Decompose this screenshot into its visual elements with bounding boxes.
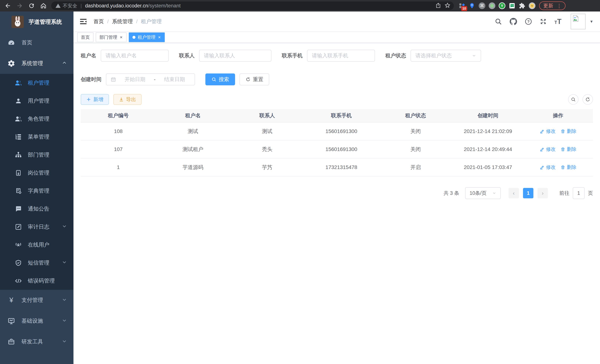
page-number-1[interactable]: 1	[523, 188, 533, 198]
search-icon	[571, 97, 576, 102]
sidebar-item-post[interactable]: 岗位管理	[0, 164, 74, 182]
extension-command[interactable]: ⌘	[478, 2, 486, 9]
org-chart-icon	[14, 151, 23, 159]
tab-dept[interactable]: 部门管理 ×	[96, 32, 127, 42]
app-logo-row[interactable]: 芋道管理系统	[0, 11, 74, 32]
next-page-button[interactable]: ›	[537, 188, 548, 198]
update-label: 更新	[543, 2, 553, 9]
cell-tenant-name: 测试租户	[156, 146, 230, 153]
page-size-select[interactable]: 10条/页	[465, 187, 501, 199]
edit-link[interactable]: 修改	[540, 164, 556, 170]
tab-home[interactable]: 首页	[77, 32, 94, 42]
hamburger-fold-icon	[79, 17, 88, 26]
search-button[interactable]: 搜索	[205, 74, 235, 85]
address-bar[interactable]: 不安全 | dashboard.yudao.iocoder.cn/system/…	[51, 1, 454, 10]
fullscreen-button[interactable]	[540, 18, 547, 25]
pin-extension-icon	[469, 3, 475, 9]
goto-page-input[interactable]	[573, 187, 585, 199]
sidebar-item-sms[interactable]: 短信管理	[0, 254, 74, 272]
close-icon[interactable]: ×	[158, 35, 161, 39]
header-search-button[interactable]	[495, 18, 502, 25]
sidebar-item-home[interactable]: 首页	[0, 32, 74, 53]
extension-yudao[interactable]: Y	[498, 2, 506, 9]
edit-link[interactable]: 修改	[540, 128, 556, 134]
edit-pencil-icon	[540, 129, 544, 134]
help-button[interactable]: ?	[525, 18, 532, 25]
sidebar-item-system[interactable]: 系统管理	[0, 53, 74, 74]
status-select[interactable]: 请选择租户状态	[411, 50, 481, 62]
cell-operations: 修改 删除	[523, 146, 593, 152]
contact-input[interactable]	[204, 53, 267, 59]
not-secure-warning-icon	[55, 3, 61, 9]
refresh-table-button[interactable]	[582, 94, 593, 105]
prev-page-button[interactable]: ‹	[508, 188, 519, 198]
extension-tasks[interactable]: 10	[458, 2, 466, 9]
sidebar-item-menu[interactable]: 菜单管理	[0, 128, 74, 146]
tab-label: 部门管理	[99, 34, 117, 40]
browser-back-button[interactable]	[4, 2, 12, 10]
tab-tenant-active[interactable]: 租户管理 ×	[129, 32, 165, 42]
sidebar-item-tenant[interactable]: 租户管理	[0, 74, 74, 92]
browser-reload-button[interactable]	[28, 2, 36, 10]
tenant-name-input[interactable]	[106, 53, 164, 59]
trash-icon	[561, 129, 565, 134]
add-button[interactable]: 新增	[81, 94, 109, 105]
sidebar-item-infra[interactable]: 基础设施	[0, 311, 74, 331]
browser-update-button[interactable]: 更新 ⋮	[539, 1, 565, 10]
sidebar-item-payment[interactable]: ¥ 支付管理	[0, 290, 74, 311]
browser-forward-button[interactable]	[16, 2, 24, 10]
goto-label: 前往	[559, 190, 569, 196]
breadcrumb-system[interactable]: 系统管理	[112, 18, 133, 25]
sidebar-item-dict[interactable]: 字典管理	[0, 182, 74, 200]
sidebar-item-online-users[interactable]: 在线用户	[0, 236, 74, 254]
sidebar-item-dev-tools[interactable]: 研发工具	[0, 331, 74, 352]
url-path: /system/tenant	[148, 3, 181, 9]
date-start-placeholder: 开始日期	[119, 76, 150, 83]
show-search-toggle-button[interactable]	[568, 94, 579, 105]
gear-icon	[7, 60, 16, 67]
delete-link[interactable]: 删除	[561, 128, 576, 134]
font-size-button[interactable]: TT	[554, 18, 562, 26]
sidebar-item-notice[interactable]: 通知公告	[0, 200, 74, 218]
share-button[interactable]	[435, 2, 441, 9]
dictionary-icon	[14, 187, 23, 195]
sidebar-item-role[interactable]: 角色管理	[0, 110, 74, 128]
bookmark-star-button[interactable]	[445, 2, 450, 9]
date-range-picker[interactable]: 开始日期 - 结束日期	[106, 74, 195, 85]
refresh-icon	[585, 97, 590, 102]
browser-home-button[interactable]	[39, 2, 47, 10]
sidebar-collapse-button[interactable]	[79, 17, 88, 26]
extensions-menu[interactable]	[518, 2, 526, 9]
extension-pin[interactable]	[468, 2, 476, 9]
extension-chat[interactable]	[508, 2, 516, 9]
breadcrumb-home[interactable]: 首页	[94, 18, 104, 25]
pagination: 共 3 条 10条/页 ‹ 1 › 前往 页	[81, 187, 593, 199]
sidebar-item-error-code[interactable]: 错误码管理	[0, 272, 74, 290]
edit-pencil-icon	[540, 165, 544, 170]
export-button[interactable]: 导出	[113, 94, 141, 105]
extensions-row: 10 ⌘ Y	[458, 2, 536, 9]
sidebar-item-dept[interactable]: 部门管理	[0, 146, 74, 164]
extension-recorder[interactable]	[488, 2, 496, 9]
status-label: 租户状态	[385, 52, 406, 59]
browser-profile[interactable]	[528, 2, 536, 9]
recorder-extension-icon	[489, 2, 495, 9]
user-avatar-menu[interactable]: ▼	[571, 14, 593, 29]
calendar-icon	[111, 77, 116, 82]
sidebar-item-user[interactable]: 用户管理	[0, 92, 74, 110]
reset-button[interactable]: 重置	[240, 74, 269, 85]
browser-menu-dots-icon[interactable]: ⋮	[555, 3, 563, 9]
sidebar-item-audit-log[interactable]: 审计日志	[0, 218, 74, 236]
yudao-extension-icon: Y	[499, 2, 505, 9]
github-link[interactable]	[509, 18, 517, 25]
close-icon[interactable]: ×	[120, 35, 123, 39]
delete-link[interactable]: 删除	[561, 146, 576, 152]
cell-created: 2021-12-14 21:02:09	[453, 128, 523, 134]
fullscreen-icon	[540, 18, 547, 25]
extension-badge: 10	[461, 6, 467, 11]
field-contact: 联系人	[179, 50, 272, 62]
cell-tenant-id: 107	[81, 146, 156, 152]
mobile-input[interactable]	[312, 53, 370, 59]
edit-link[interactable]: 修改	[540, 146, 556, 152]
delete-link[interactable]: 删除	[561, 164, 576, 170]
